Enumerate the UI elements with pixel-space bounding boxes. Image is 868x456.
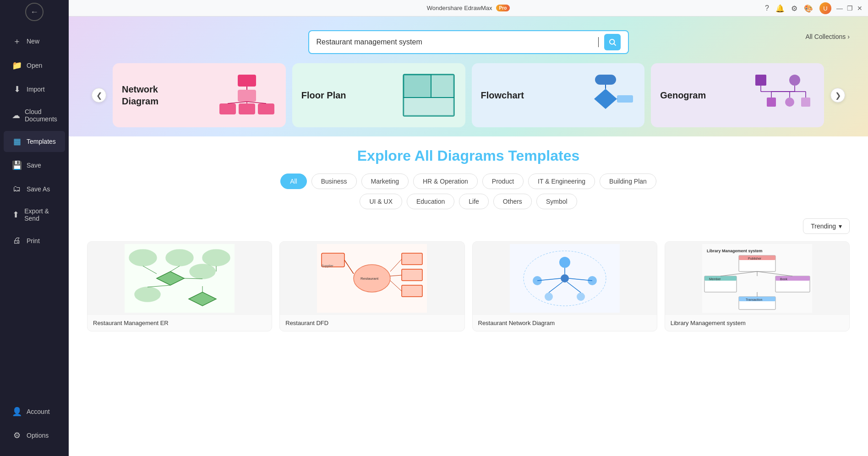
search-cursor bbox=[598, 37, 599, 47]
svg-rect-53 bbox=[402, 253, 422, 265]
template-card-flowchart[interactable]: Flowchart bbox=[472, 63, 645, 127]
template-thumb-4[interactable]: Library Management system Publisher Book… bbox=[665, 241, 850, 331]
template-card-network[interactable]: Network Diagram bbox=[113, 63, 286, 127]
filter-tag-others[interactable]: Others bbox=[493, 194, 532, 209]
sidebar-item-export[interactable]: ⬆ Export & Send bbox=[4, 202, 65, 228]
all-collections-arrow: › bbox=[847, 33, 850, 40]
back-button[interactable]: ← bbox=[25, 3, 44, 21]
back-button-area[interactable]: ← bbox=[5, 3, 64, 21]
settings-icon[interactable]: ⚙ bbox=[791, 4, 797, 13]
search-input[interactable] bbox=[317, 38, 593, 46]
sidebar-item-import[interactable]: ⬇ Import bbox=[4, 79, 65, 100]
template-card-genogram[interactable]: Genogram bbox=[651, 63, 824, 127]
filter-tag-business[interactable]: Business bbox=[311, 174, 357, 189]
sidebar-item-account-label: Account bbox=[27, 408, 50, 415]
template-card-floorplan-title: Floor Plan bbox=[301, 89, 346, 101]
template-card-network-img bbox=[217, 70, 277, 120]
thumb-img-4: Library Management system Publisher Book… bbox=[665, 242, 849, 315]
trending-select[interactable]: Trending ▾ bbox=[803, 218, 850, 234]
filter-tags-row2: UI & UX Education Life Others Symbol bbox=[87, 194, 850, 209]
svg-text:Restaurant: Restaurant bbox=[360, 277, 379, 281]
filter-tag-hr[interactable]: HR & Operation bbox=[413, 174, 478, 189]
titlebar: Wondershare EdrawMax Pro ? 🔔 ⚙ 🎨 U — ❐ ✕ bbox=[69, 0, 868, 16]
svg-rect-24 bbox=[755, 75, 766, 86]
templates-icon: ▦ bbox=[12, 136, 22, 147]
sidebar-item-options[interactable]: ⚙ Options bbox=[4, 425, 65, 446]
sidebar-item-save[interactable]: 💾 Save bbox=[4, 155, 65, 176]
svg-point-0 bbox=[610, 39, 615, 44]
filter-tag-building[interactable]: Building Plan bbox=[600, 174, 656, 189]
explore-section: Explore All Diagrams Templates All Busin… bbox=[69, 136, 868, 456]
filter-tag-symbol[interactable]: Symbol bbox=[536, 194, 577, 209]
bell-icon[interactable]: 🔔 bbox=[775, 4, 785, 13]
template-card-flowchart-img bbox=[576, 70, 635, 120]
svg-text:Publisher: Publisher bbox=[748, 257, 762, 260]
template-card-floorplan[interactable]: Floor Plan bbox=[292, 63, 465, 127]
app-title-area: Wondershare EdrawMax Pro bbox=[427, 5, 510, 11]
maximize-button[interactable]: ❐ bbox=[846, 5, 853, 12]
svg-rect-17 bbox=[595, 75, 616, 85]
filter-tag-life[interactable]: Life bbox=[459, 194, 489, 209]
cloud-icon: ☁ bbox=[12, 110, 20, 120]
sidebar-item-new[interactable]: ＋ New bbox=[4, 30, 65, 52]
svg-rect-14 bbox=[404, 98, 454, 116]
svg-rect-3 bbox=[238, 90, 256, 102]
filter-tag-uiux[interactable]: UI & UX bbox=[360, 194, 402, 209]
filter-tag-product[interactable]: Product bbox=[482, 174, 524, 189]
sidebar-item-templates[interactable]: ▦ Templates bbox=[4, 131, 65, 152]
sidebar-item-print[interactable]: 🖨 Print bbox=[4, 230, 65, 251]
svg-rect-2 bbox=[238, 75, 256, 87]
thumb-label-1: Restaurant Management ER bbox=[87, 315, 272, 331]
sidebar-item-saveas-label: Save As bbox=[27, 185, 50, 193]
thumb-label-2: Restaurant DFD bbox=[280, 315, 464, 331]
sidebar: ← ＋ New 📁 Open ⬇ Import ☁ Cloud Document… bbox=[0, 0, 69, 456]
template-card-floorplan-img bbox=[401, 70, 456, 120]
svg-marker-18 bbox=[594, 89, 617, 109]
user-avatar[interactable]: U bbox=[819, 2, 831, 14]
theme-icon[interactable]: 🎨 bbox=[804, 4, 813, 13]
explore-title-plain: Explore bbox=[357, 147, 415, 164]
sidebar-nav: ＋ New 📁 Open ⬇ Import ☁ Cloud Documents … bbox=[0, 26, 69, 396]
svg-rect-55 bbox=[402, 285, 422, 297]
main-content: Wondershare EdrawMax Pro ? 🔔 ⚙ 🎨 U — ❐ ✕ bbox=[69, 0, 868, 456]
export-icon: ⬆ bbox=[12, 210, 20, 220]
sidebar-item-export-label: Export & Send bbox=[24, 207, 57, 222]
filter-tag-marketing[interactable]: Marketing bbox=[361, 174, 409, 189]
sidebar-item-cloud-label: Cloud Documents bbox=[25, 108, 57, 123]
save-icon: 💾 bbox=[12, 160, 22, 170]
sidebar-item-import-label: Import bbox=[27, 86, 45, 93]
all-collections-link[interactable]: All Collections › bbox=[805, 33, 850, 40]
sidebar-item-templates-label: Templates bbox=[27, 138, 56, 145]
template-card-genogram-title: Genogram bbox=[660, 89, 706, 101]
help-icon[interactable]: ? bbox=[765, 4, 769, 12]
svg-text:Transaction: Transaction bbox=[746, 298, 762, 301]
sidebar-item-options-label: Options bbox=[27, 432, 49, 439]
filter-tag-all[interactable]: All bbox=[280, 174, 307, 189]
svg-text:Supplier: Supplier bbox=[322, 264, 333, 268]
template-thumb-3[interactable]: Restaurant Network Diagram bbox=[472, 241, 657, 331]
template-thumb-2[interactable]: Supplier Restaurant Restaurant DFD bbox=[279, 241, 464, 331]
sidebar-item-saveas[interactable]: 🗂 Save As bbox=[4, 179, 65, 199]
saveas-icon: 🗂 bbox=[12, 184, 22, 194]
sidebar-item-account[interactable]: 👤 Account bbox=[4, 401, 65, 422]
search-button[interactable] bbox=[604, 34, 621, 50]
svg-point-25 bbox=[789, 75, 800, 86]
minimize-button[interactable]: — bbox=[836, 5, 843, 12]
svg-point-69 bbox=[561, 274, 569, 282]
sidebar-item-open[interactable]: 📁 Open bbox=[4, 55, 65, 76]
template-card-network-title: Network Diagram bbox=[122, 83, 177, 107]
filter-tag-education[interactable]: Education bbox=[407, 194, 454, 209]
thumb-img-1 bbox=[87, 242, 272, 315]
app-title: Wondershare EdrawMax bbox=[427, 5, 492, 11]
svg-rect-28 bbox=[801, 98, 810, 107]
close-button[interactable]: ✕ bbox=[856, 5, 863, 12]
carousel-next-button[interactable]: ❯ bbox=[830, 88, 845, 103]
sidebar-item-new-label: New bbox=[27, 38, 39, 45]
carousel-prev-button[interactable]: ❮ bbox=[92, 88, 106, 103]
hero-section: All Collections › ❮ Network Diagram bbox=[69, 16, 868, 136]
svg-line-10 bbox=[247, 102, 266, 103]
template-thumb-1[interactable]: Restaurant Management ER bbox=[87, 241, 272, 331]
sidebar-item-cloud[interactable]: ☁ Cloud Documents bbox=[4, 103, 65, 128]
window-controls: — ❐ ✕ bbox=[836, 0, 863, 16]
filter-tag-it[interactable]: IT & Engineering bbox=[528, 174, 595, 189]
